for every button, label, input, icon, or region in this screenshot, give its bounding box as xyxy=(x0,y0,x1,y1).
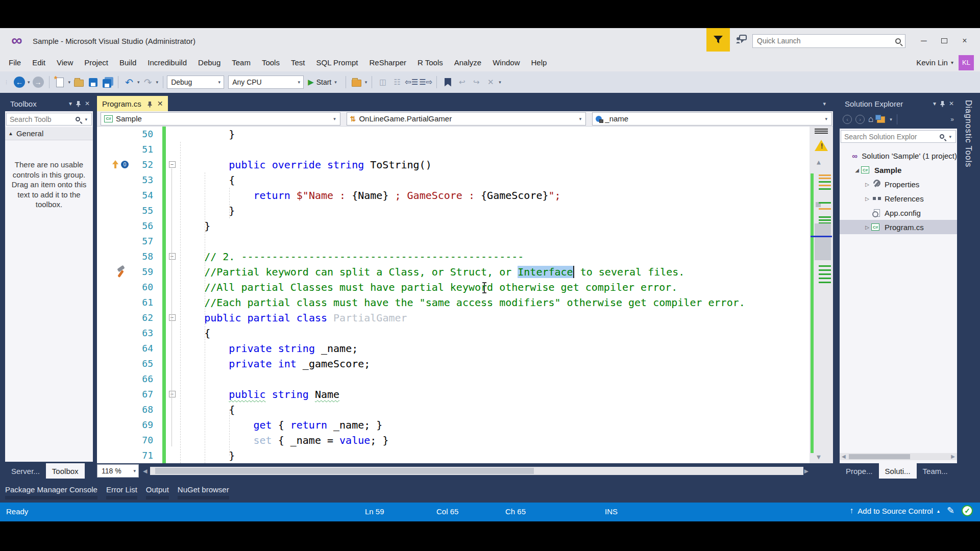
toolbox-title-bar[interactable]: Toolbox ▾ ✕ xyxy=(5,96,93,111)
code-line-68[interactable]: 68 { xyxy=(97,402,833,417)
menu-debug[interactable]: Debug xyxy=(192,58,226,67)
toolbar-options-dropdown-icon[interactable]: ▾ xyxy=(499,80,501,85)
code-line-71[interactable]: 71 } xyxy=(97,448,833,463)
analysis-ok-icon[interactable]: ✓ xyxy=(962,505,973,516)
new-file-button[interactable] xyxy=(54,76,67,89)
tree-item-program-cs[interactable]: ▷C#Program.cs xyxy=(840,220,957,234)
tab-error-list[interactable]: Error List xyxy=(106,482,137,501)
tree-item-solution-sample-1-project-[interactable]: ∞Solution 'Sample' (1 project) xyxy=(840,148,957,163)
switch-views-icon[interactable] xyxy=(877,116,885,123)
editor-zoom-combo[interactable]: 118 % ▾ xyxy=(97,464,139,478)
split-window-handle[interactable] xyxy=(815,128,828,136)
code-line-64[interactable]: 64 private string _name; xyxy=(97,341,833,356)
edit-pencil-icon[interactable]: ✎ xyxy=(947,505,954,516)
code-line-51[interactable]: 51 xyxy=(97,142,833,157)
toolbox-close-icon[interactable]: ✕ xyxy=(85,100,90,107)
tab-soluti[interactable]: Soluti... xyxy=(879,463,917,479)
signed-in-user[interactable]: Kevin Lin xyxy=(916,58,948,67)
tree-item-sample[interactable]: ◢C#Sample xyxy=(840,163,957,177)
toolbox-search-input[interactable]: Search Toolb ▾ xyxy=(6,113,92,126)
menu-test[interactable]: Test xyxy=(285,58,311,67)
hscroll-right-icon[interactable]: ▶ xyxy=(804,468,808,474)
next-bookmark-button[interactable]: ↪ xyxy=(470,76,483,89)
quick-fix-hammer-icon[interactable] xyxy=(116,266,130,278)
save-all-button[interactable] xyxy=(101,76,114,89)
type-dropdown[interactable]: ⇅ OnLineGame.PartialGamer ▾ xyxy=(347,112,586,126)
close-button[interactable]: × xyxy=(954,32,975,49)
menu-team[interactable]: Team xyxy=(226,58,256,67)
solution-explorer-hscrollbar[interactable]: ◀ ▶ xyxy=(840,453,957,460)
code-line-59[interactable]: 59 //Partial keyword can split a Class, … xyxy=(97,264,833,280)
code-line-60[interactable]: 60 //All partial Classes must have parti… xyxy=(97,280,833,295)
solution-explorer-menu-icon[interactable]: ▾ xyxy=(933,100,936,107)
code-line-55[interactable]: 55 } xyxy=(97,203,833,218)
maximize-button[interactable] xyxy=(934,32,954,49)
code-line-69[interactable]: 69 get { return _name; } xyxy=(97,417,833,433)
hscroll-right-icon[interactable]: ▶ xyxy=(951,454,955,459)
code-line-53[interactable]: 53 { xyxy=(97,172,833,188)
code-line-61[interactable]: 61 //Each partial class must have the "s… xyxy=(97,295,833,310)
menu-edit[interactable]: Edit xyxy=(27,58,51,67)
horizontal-scroll-thumb[interactable] xyxy=(849,454,910,459)
quick-launch-input[interactable]: Quick Launch xyxy=(752,34,905,48)
decrease-indent-button[interactable]: ⇦☰ xyxy=(405,76,418,89)
vertical-scroll-thumb[interactable] xyxy=(815,223,831,260)
menu-incredibuild[interactable]: Incredibuild xyxy=(142,58,192,67)
fold-collapse-icon[interactable]: − xyxy=(169,161,176,168)
increase-indent-button[interactable]: ☰⇨ xyxy=(419,76,432,89)
redo-button[interactable]: ↷ xyxy=(141,76,155,89)
menu-resharper[interactable]: ReSharper xyxy=(363,58,412,67)
tree-item-app-config[interactable]: App.config xyxy=(840,206,957,220)
uncomment-button[interactable]: ☷ xyxy=(390,76,404,89)
member-dropdown[interactable]: _name ▾ xyxy=(592,112,832,126)
tab-diagnostic-tools[interactable]: Diagnostic Tools xyxy=(964,100,973,167)
scroll-down-icon[interactable]: ▼ xyxy=(817,453,821,461)
code-line-67[interactable]: 67− public string Name xyxy=(97,387,833,402)
undo-button[interactable]: ↶ xyxy=(122,76,136,89)
toolbox-section-general[interactable]: ▲ General xyxy=(5,127,93,140)
fold-collapse-icon[interactable]: − xyxy=(169,253,176,260)
code-line-52[interactable]: 052− public override string ToString() xyxy=(97,157,833,172)
user-avatar[interactable]: KL xyxy=(959,55,974,70)
solution-explorer-title-bar[interactable]: Solution Explorer ▾ ✕ xyxy=(840,96,957,111)
new-file-dropdown-icon[interactable]: ▾ xyxy=(68,80,71,85)
tab-server[interactable]: Server... xyxy=(5,463,46,479)
clear-bookmarks-button[interactable]: ✕ xyxy=(484,76,497,89)
collapsed-arrow-icon[interactable]: ▷ xyxy=(863,224,871,230)
navigate-up-icon[interactable]: 0 xyxy=(112,160,130,170)
code-line-63[interactable]: 63 { xyxy=(97,325,833,341)
toggle-bookmark-button[interactable] xyxy=(441,76,454,89)
switch-views-dropdown-icon[interactable]: ▾ xyxy=(890,117,892,122)
find-options-dropdown-icon[interactable]: ▾ xyxy=(365,80,368,85)
redo-dropdown-icon[interactable]: ▾ xyxy=(156,80,159,85)
start-debugging-button[interactable]: ▶ Start ▾ xyxy=(308,78,338,87)
code-line-56[interactable]: 56 } xyxy=(97,218,833,234)
back-icon[interactable]: ‹ xyxy=(843,115,852,124)
pin-icon[interactable] xyxy=(148,101,152,108)
menu-file[interactable]: File xyxy=(3,58,27,67)
horizontal-scroll-thumb[interactable] xyxy=(155,468,534,474)
solution-explorer-search-input[interactable]: Search Solution Explor ▾ xyxy=(841,130,956,143)
code-editor[interactable]: 50 }51052− public override string ToStri… xyxy=(97,127,833,463)
forward-icon[interactable]: › xyxy=(855,115,865,124)
tab-team[interactable]: Team... xyxy=(917,463,954,479)
solution-platform-combo[interactable]: Any CPU ▾ xyxy=(228,76,304,89)
user-dropdown-icon[interactable]: ▾ xyxy=(951,60,953,65)
warning-icon[interactable] xyxy=(815,140,828,151)
tab-program-cs[interactable]: Program.cs ✕ xyxy=(97,96,168,111)
editor-vertical-scrollbar[interactable]: ▲ ▼ xyxy=(810,127,833,463)
code-line-57[interactable]: 57 xyxy=(97,234,833,249)
code-line-50[interactable]: 50 } xyxy=(97,127,833,142)
expanded-arrow-icon[interactable]: ◢ xyxy=(853,167,861,173)
code-line-66[interactable]: 66 xyxy=(97,371,833,387)
menu-project[interactable]: Project xyxy=(79,58,114,67)
editor-horizontal-scrollbar[interactable] xyxy=(150,467,803,475)
search-dropdown-icon[interactable]: ▾ xyxy=(85,117,87,122)
home-icon[interactable]: ⌂ xyxy=(868,114,873,124)
collapsed-arrow-icon[interactable]: ▷ xyxy=(863,182,871,187)
scroll-up-icon[interactable]: ▲ xyxy=(817,158,821,166)
code-line-58[interactable]: 58− // 2. ------------------------------… xyxy=(97,249,833,264)
tab-output[interactable]: Output xyxy=(146,482,169,501)
tab-close-icon[interactable]: ✕ xyxy=(157,99,163,108)
tab-package-manager-console[interactable]: Package Manager Console xyxy=(5,482,97,501)
